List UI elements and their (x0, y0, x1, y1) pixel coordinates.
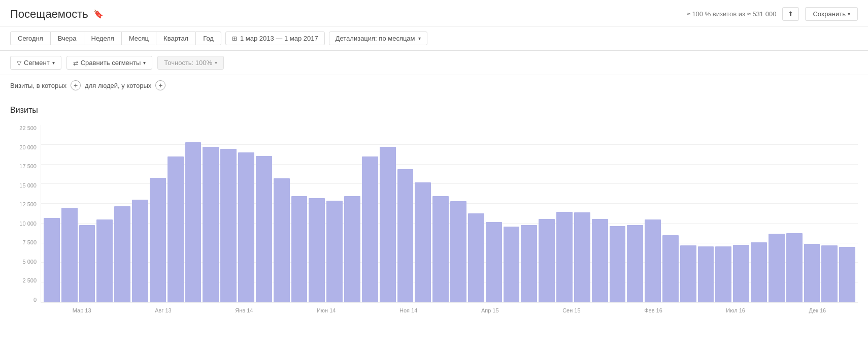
bar[interactable] (61, 208, 78, 302)
bar[interactable] (468, 213, 484, 302)
add-condition-1-button[interactable]: + (71, 80, 81, 90)
y-axis-label: 12 500 (19, 201, 37, 207)
chart-container: 22 50020 00017 50015 00012 50010 0007 50… (10, 125, 858, 318)
x-axis: Мар 13Авг 13Янв 14Июн 14Ноя 14Апр 15Сен … (41, 303, 858, 318)
period-quarter-button[interactable]: Квартал (156, 31, 195, 45)
bar[interactable] (185, 142, 202, 302)
bar[interactable] (44, 218, 60, 302)
bar[interactable] (556, 212, 573, 302)
date-range-button[interactable]: ⊞ 1 мар 2013 — 1 мар 2017 (225, 31, 325, 45)
bar[interactable] (114, 206, 130, 302)
y-axis-label: 0 (34, 297, 37, 303)
bar[interactable] (521, 225, 537, 302)
save-button[interactable]: Сохранить ▾ (805, 7, 858, 21)
bar[interactable] (326, 201, 343, 302)
visits-info: ≈ 100 % визитов из ≈ 531 000 (687, 10, 777, 18)
page-title: Посещаемость (10, 8, 88, 21)
accuracy-button[interactable]: Точность: 100% ▾ (157, 56, 224, 70)
bar[interactable] (486, 222, 502, 302)
bar[interactable] (397, 169, 414, 302)
bar[interactable] (96, 219, 113, 302)
export-icon: ⬆ (788, 10, 793, 18)
x-labels: Мар 13Авг 13Янв 14Июн 14Ноя 14Апр 15Сен … (41, 307, 858, 313)
period-today-button[interactable]: Сегодня (10, 31, 50, 45)
bar[interactable] (362, 156, 378, 302)
x-axis-label: Авг 13 (155, 307, 171, 313)
bar[interactable] (627, 225, 643, 302)
bar[interactable] (715, 246, 731, 302)
x-axis-label: Янв 14 (235, 307, 253, 313)
bar[interactable] (203, 147, 219, 302)
condition-text-1: Визиты, в которых (10, 82, 66, 89)
bookmark-icon[interactable]: 🔖 (93, 9, 104, 19)
bar[interactable] (132, 200, 148, 302)
bar[interactable] (238, 152, 254, 302)
x-axis-label: Сен 15 (562, 307, 580, 313)
bar[interactable] (733, 245, 749, 302)
bar[interactable] (274, 178, 290, 302)
bar[interactable] (380, 147, 396, 302)
bar[interactable] (574, 212, 590, 302)
plus-icon: + (74, 81, 78, 89)
bar[interactable] (839, 247, 855, 302)
bar[interactable] (150, 178, 166, 302)
period-year-button[interactable]: Год (195, 31, 221, 45)
bar[interactable] (680, 245, 696, 302)
x-axis-label: Мар 13 (73, 307, 91, 313)
bar[interactable] (786, 233, 803, 302)
y-axis-label: 7 500 (22, 239, 37, 245)
y-axis-label: 15 000 (19, 182, 37, 188)
filter-icon: ▽ (17, 59, 21, 67)
plus-icon: + (158, 81, 162, 89)
segment-button[interactable]: ▽ Сегмент ▾ (10, 56, 61, 70)
bar[interactable] (168, 156, 184, 302)
chevron-down-icon: ▾ (52, 60, 55, 66)
compare-label: Сравнить сегменты (81, 59, 141, 67)
compare-icon: ⇄ (73, 59, 78, 67)
header-left: Посещаемость 🔖 (10, 8, 104, 21)
bar[interactable] (309, 198, 325, 302)
compare-button[interactable]: ⇄ Сравнить сегменты ▾ (66, 56, 153, 70)
chevron-down-icon: ▾ (848, 11, 850, 17)
export-button[interactable]: ⬆ (782, 7, 799, 21)
accuracy-label: Точность: 100% (164, 59, 212, 67)
header: Посещаемость 🔖 ≈ 100 % визитов из ≈ 531 … (0, 0, 868, 26)
date-range-label: 1 мар 2013 — 1 мар 2017 (240, 35, 318, 42)
bar[interactable] (256, 156, 272, 303)
bar[interactable] (592, 219, 608, 302)
chevron-down-icon: ▾ (418, 36, 421, 41)
bars-container (41, 125, 858, 302)
bar[interactable] (432, 196, 449, 302)
period-button-group: Сегодня Вчера Неделя Месяц Квартал Год (10, 31, 221, 45)
bar[interactable] (539, 219, 555, 302)
detail-label: Детализация: по месяцам (336, 35, 415, 42)
bar[interactable] (645, 219, 661, 302)
bar[interactable] (220, 149, 237, 302)
bar[interactable] (804, 244, 820, 302)
bar[interactable] (821, 245, 838, 302)
calendar-icon: ⊞ (232, 35, 237, 42)
bar[interactable] (769, 234, 785, 302)
bar[interactable] (415, 182, 431, 302)
add-condition-2-button[interactable]: + (155, 80, 165, 90)
bar[interactable] (610, 226, 626, 302)
bar[interactable] (662, 235, 679, 302)
period-yesterday-button[interactable]: Вчера (50, 31, 84, 45)
chevron-down-icon: ▾ (215, 60, 217, 66)
y-axis-label: 5 000 (22, 259, 37, 265)
segment-label: Сегмент (24, 59, 50, 67)
bar[interactable] (291, 196, 308, 302)
period-month-button[interactable]: Месяц (121, 31, 156, 45)
bar[interactable] (450, 201, 466, 302)
bar[interactable] (698, 246, 714, 302)
y-axis: 22 50020 00017 50015 00012 50010 0007 50… (10, 125, 41, 303)
x-axis-label: Ноя 14 (399, 307, 417, 313)
y-axis-label: 10 000 (19, 220, 37, 227)
bar[interactable] (751, 242, 767, 302)
bar[interactable] (344, 196, 360, 302)
bar[interactable] (79, 225, 95, 302)
save-label: Сохранить (813, 10, 846, 18)
detail-button[interactable]: Детализация: по месяцам ▾ (329, 31, 427, 45)
period-week-button[interactable]: Неделя (84, 31, 121, 45)
bar[interactable] (504, 227, 520, 302)
